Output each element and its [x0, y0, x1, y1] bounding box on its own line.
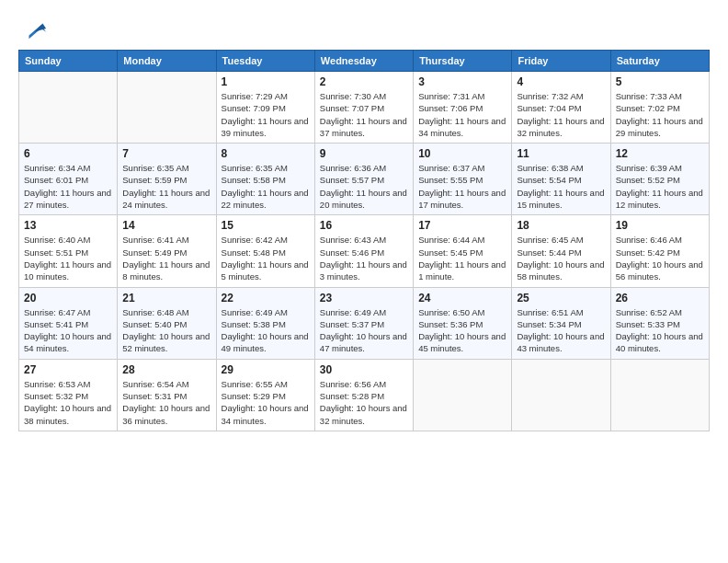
day-info: Sunrise: 7:30 AM Sunset: 7:07 PM Dayligh… — [320, 90, 408, 139]
day-number: 7 — [122, 147, 210, 160]
calendar-cell: 10Sunrise: 6:37 AM Sunset: 5:55 PM Dayli… — [414, 144, 512, 215]
day-number: 15 — [222, 219, 310, 232]
calendar-cell: 1Sunrise: 7:29 AM Sunset: 7:09 PM Daylig… — [216, 72, 314, 144]
day-number: 14 — [122, 219, 210, 232]
day-number: 21 — [122, 292, 210, 304]
day-info: Sunrise: 6:35 AM Sunset: 5:58 PM Dayligh… — [222, 162, 310, 211]
day-number: 5 — [616, 75, 704, 88]
day-number: 10 — [418, 147, 506, 160]
day-info: Sunrise: 6:37 AM Sunset: 5:55 PM Dayligh… — [418, 162, 506, 211]
day-number: 8 — [222, 147, 310, 160]
calendar-cell: 28Sunrise: 6:54 AM Sunset: 5:31 PM Dayli… — [118, 359, 216, 431]
calendar-header-row: SundayMondayTuesdayWednesdayThursdayFrid… — [19, 51, 710, 72]
calendar-cell — [610, 359, 709, 431]
calendar-cell: 16Sunrise: 6:43 AM Sunset: 5:46 PM Dayli… — [314, 215, 413, 287]
weekday-header-monday: Monday — [118, 51, 216, 72]
day-number: 28 — [122, 363, 210, 376]
day-number: 16 — [320, 219, 408, 232]
day-number: 23 — [320, 292, 408, 304]
day-info: Sunrise: 6:55 AM Sunset: 5:29 PM Dayligh… — [222, 378, 310, 427]
calendar-cell: 8Sunrise: 6:35 AM Sunset: 5:58 PM Daylig… — [216, 144, 314, 215]
weekday-header-wednesday: Wednesday — [314, 51, 413, 72]
calendar-cell — [19, 72, 118, 144]
calendar-table: SundayMondayTuesdayWednesdayThursdayFrid… — [18, 50, 710, 431]
calendar-week-row: 27Sunrise: 6:53 AM Sunset: 5:32 PM Dayli… — [19, 359, 710, 431]
day-info: Sunrise: 6:54 AM Sunset: 5:31 PM Dayligh… — [122, 378, 210, 427]
calendar-cell: 29Sunrise: 6:55 AM Sunset: 5:29 PM Dayli… — [216, 359, 314, 431]
day-number: 20 — [24, 292, 112, 304]
calendar-week-row: 6Sunrise: 6:34 AM Sunset: 6:01 PM Daylig… — [19, 144, 710, 215]
day-number: 6 — [24, 147, 112, 160]
day-number: 11 — [517, 147, 605, 160]
day-info: Sunrise: 6:42 AM Sunset: 5:48 PM Dayligh… — [222, 234, 310, 282]
day-info: Sunrise: 6:40 AM Sunset: 5:51 PM Dayligh… — [24, 234, 112, 282]
day-number: 9 — [320, 147, 408, 160]
calendar-cell: 7Sunrise: 6:35 AM Sunset: 5:59 PM Daylig… — [118, 144, 216, 215]
calendar-cell: 23Sunrise: 6:49 AM Sunset: 5:37 PM Dayli… — [314, 287, 413, 359]
day-info: Sunrise: 6:49 AM Sunset: 5:38 PM Dayligh… — [222, 306, 310, 355]
logo — [18, 17, 48, 42]
day-number: 22 — [222, 292, 310, 304]
day-number: 3 — [418, 75, 506, 88]
day-info: Sunrise: 6:46 AM Sunset: 5:42 PM Dayligh… — [616, 234, 704, 282]
day-info: Sunrise: 6:35 AM Sunset: 5:59 PM Dayligh… — [122, 162, 210, 211]
day-info: Sunrise: 6:52 AM Sunset: 5:33 PM Dayligh… — [616, 306, 704, 355]
calendar-cell: 3Sunrise: 7:31 AM Sunset: 7:06 PM Daylig… — [414, 72, 512, 144]
calendar-cell: 13Sunrise: 6:40 AM Sunset: 5:51 PM Dayli… — [19, 215, 118, 287]
day-info: Sunrise: 6:53 AM Sunset: 5:32 PM Dayligh… — [24, 378, 112, 427]
weekday-header-tuesday: Tuesday — [216, 51, 314, 72]
day-info: Sunrise: 6:34 AM Sunset: 6:01 PM Dayligh… — [24, 162, 112, 211]
calendar-cell: 5Sunrise: 7:33 AM Sunset: 7:02 PM Daylig… — [610, 72, 709, 144]
weekday-header-saturday: Saturday — [610, 51, 709, 72]
day-number: 2 — [320, 75, 408, 88]
day-number: 4 — [517, 75, 605, 88]
weekday-header-friday: Friday — [512, 51, 610, 72]
day-info: Sunrise: 7:32 AM Sunset: 7:04 PM Dayligh… — [517, 90, 605, 139]
header — [18, 17, 710, 42]
day-info: Sunrise: 6:50 AM Sunset: 5:36 PM Dayligh… — [418, 306, 506, 355]
weekday-header-thursday: Thursday — [414, 51, 512, 72]
day-info: Sunrise: 6:43 AM Sunset: 5:46 PM Dayligh… — [320, 234, 408, 282]
day-number: 18 — [517, 219, 605, 232]
day-info: Sunrise: 6:38 AM Sunset: 5:54 PM Dayligh… — [517, 162, 605, 211]
calendar-cell: 21Sunrise: 6:48 AM Sunset: 5:40 PM Dayli… — [118, 287, 216, 359]
calendar-cell: 26Sunrise: 6:52 AM Sunset: 5:33 PM Dayli… — [610, 287, 709, 359]
day-info: Sunrise: 6:36 AM Sunset: 5:57 PM Dayligh… — [320, 162, 408, 211]
calendar-cell: 17Sunrise: 6:44 AM Sunset: 5:45 PM Dayli… — [414, 215, 512, 287]
day-number: 27 — [24, 363, 112, 376]
calendar-cell: 6Sunrise: 6:34 AM Sunset: 6:01 PM Daylig… — [19, 144, 118, 215]
day-info: Sunrise: 6:49 AM Sunset: 5:37 PM Dayligh… — [320, 306, 408, 355]
day-info: Sunrise: 6:44 AM Sunset: 5:45 PM Dayligh… — [418, 234, 506, 282]
calendar-cell: 20Sunrise: 6:47 AM Sunset: 5:41 PM Dayli… — [19, 287, 118, 359]
logo-icon — [22, 17, 48, 42]
day-number: 24 — [418, 292, 506, 304]
calendar-week-row: 1Sunrise: 7:29 AM Sunset: 7:09 PM Daylig… — [19, 72, 710, 144]
day-number: 12 — [616, 147, 704, 160]
calendar-cell: 27Sunrise: 6:53 AM Sunset: 5:32 PM Dayli… — [19, 359, 118, 431]
calendar-cell: 11Sunrise: 6:38 AM Sunset: 5:54 PM Dayli… — [512, 144, 610, 215]
calendar-cell: 19Sunrise: 6:46 AM Sunset: 5:42 PM Dayli… — [610, 215, 709, 287]
calendar-cell: 12Sunrise: 6:39 AM Sunset: 5:52 PM Dayli… — [610, 144, 709, 215]
day-number: 25 — [517, 292, 605, 304]
calendar-cell — [414, 359, 512, 431]
calendar-cell: 22Sunrise: 6:49 AM Sunset: 5:38 PM Dayli… — [216, 287, 314, 359]
weekday-header-sunday: Sunday — [19, 51, 118, 72]
calendar-cell — [512, 359, 610, 431]
day-info: Sunrise: 6:45 AM Sunset: 5:44 PM Dayligh… — [517, 234, 605, 282]
calendar-cell — [118, 72, 216, 144]
calendar-week-row: 13Sunrise: 6:40 AM Sunset: 5:51 PM Dayli… — [19, 215, 710, 287]
day-info: Sunrise: 6:51 AM Sunset: 5:34 PM Dayligh… — [517, 306, 605, 355]
day-number: 17 — [418, 219, 506, 232]
calendar-cell: 4Sunrise: 7:32 AM Sunset: 7:04 PM Daylig… — [512, 72, 610, 144]
calendar-cell: 24Sunrise: 6:50 AM Sunset: 5:36 PM Dayli… — [414, 287, 512, 359]
day-info: Sunrise: 6:48 AM Sunset: 5:40 PM Dayligh… — [122, 306, 210, 355]
day-info: Sunrise: 7:29 AM Sunset: 7:09 PM Dayligh… — [222, 90, 310, 139]
calendar-week-row: 20Sunrise: 6:47 AM Sunset: 5:41 PM Dayli… — [19, 287, 710, 359]
day-number: 1 — [222, 75, 310, 88]
day-number: 30 — [320, 363, 408, 376]
day-info: Sunrise: 6:56 AM Sunset: 5:28 PM Dayligh… — [320, 378, 408, 427]
day-number: 19 — [616, 219, 704, 232]
calendar-cell: 2Sunrise: 7:30 AM Sunset: 7:07 PM Daylig… — [314, 72, 413, 144]
day-info: Sunrise: 6:39 AM Sunset: 5:52 PM Dayligh… — [616, 162, 704, 211]
day-number: 13 — [24, 219, 112, 232]
